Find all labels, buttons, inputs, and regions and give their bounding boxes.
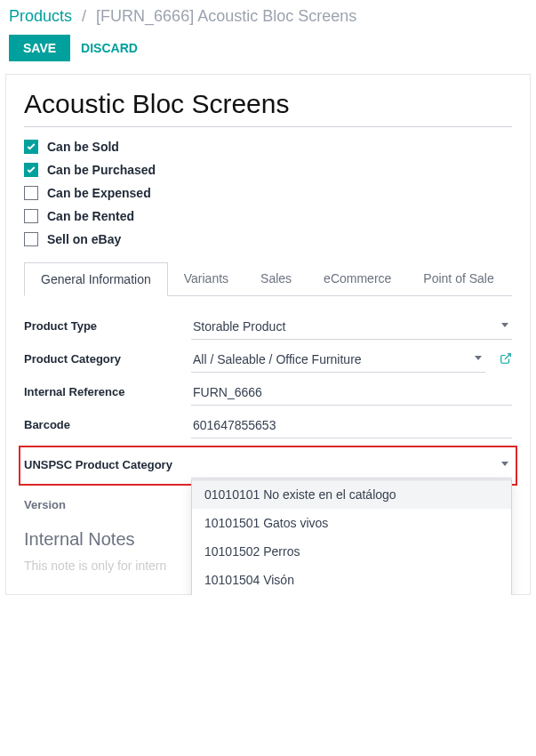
label-unspsc-category: UNSPSC Product Category — [24, 453, 184, 471]
action-bar: SAVE DISCARD — [0, 29, 536, 74]
tabs: General Information Variants Sales eComm… — [24, 262, 512, 296]
tab-variants[interactable]: Variants — [168, 262, 244, 295]
breadcrumb: Products / [FURN_6666] Acoustic Bloc Scr… — [0, 0, 536, 29]
checkbox-label: Can be Rented — [47, 209, 134, 223]
form-fields: Product Type Storable Product Product Ca… — [24, 314, 512, 511]
chevron-down-icon — [475, 356, 482, 360]
form-sheet: Acoustic Bloc Screens Can be Sold Can be… — [5, 74, 531, 595]
breadcrumb-separator: / — [82, 7, 86, 25]
unspsc-dropdown: 01010101 No existe en el catálogo 101015… — [191, 479, 512, 595]
svg-line-0 — [505, 354, 510, 359]
dropdown-option[interactable]: 10101502 Perros — [192, 537, 511, 566]
label-version: Version — [24, 493, 184, 511]
tab-general-information[interactable]: General Information — [24, 262, 168, 296]
checkbox-icon — [24, 186, 38, 200]
row-internal-reference: Internal Reference — [24, 380, 512, 406]
dropdown-option[interactable]: 10101505 Ratas — [192, 594, 511, 595]
checkbox-icon — [24, 209, 38, 223]
label-product-type: Product Type — [24, 314, 184, 333]
chevron-down-icon — [501, 323, 508, 327]
check-sell-on-ebay[interactable]: Sell on eBay — [24, 232, 512, 246]
save-button[interactable]: SAVE — [9, 35, 70, 61]
input-barcode[interactable] — [191, 413, 512, 438]
checkbox-icon — [24, 163, 38, 177]
external-link-icon[interactable] — [500, 347, 512, 367]
check-can-be-sold[interactable]: Can be Sold — [24, 140, 512, 154]
input-unspsc-category[interactable] — [191, 453, 512, 479]
row-product-type: Product Type Storable Product — [24, 314, 512, 340]
product-options-checkboxes: Can be Sold Can be Purchased Can be Expe… — [24, 140, 512, 246]
chevron-down-icon — [501, 462, 508, 466]
checkbox-label: Can be Sold — [47, 140, 119, 154]
tab-ecommerce[interactable]: eCommerce — [308, 262, 407, 295]
row-product-category: Product Category All / Saleable / Office… — [24, 347, 512, 373]
checkbox-label: Can be Purchased — [47, 163, 156, 177]
check-can-be-rented[interactable]: Can be Rented — [24, 209, 512, 223]
check-can-be-expensed[interactable]: Can be Expensed — [24, 186, 512, 200]
page-title: Acoustic Bloc Screens — [24, 89, 512, 127]
check-can-be-purchased[interactable]: Can be Purchased — [24, 163, 512, 177]
row-barcode: Barcode — [24, 413, 512, 438]
dropdown-option[interactable]: 01010101 No existe en el catálogo — [192, 480, 511, 509]
dropdown-option[interactable]: 10101501 Gatos vivos — [192, 509, 511, 537]
checkbox-label: Can be Expensed — [47, 186, 151, 200]
label-product-category: Product Category — [24, 347, 184, 366]
dropdown-option[interactable]: 10101504 Visón — [192, 566, 511, 594]
select-product-category[interactable]: All / Saleable / Office Furniture — [191, 347, 485, 373]
select-product-type[interactable]: Storable Product — [191, 314, 512, 340]
row-unspsc-category: UNSPSC Product Category 01010101 No exis… — [19, 446, 517, 486]
checkbox-icon — [24, 232, 38, 246]
tab-sales[interactable]: Sales — [244, 262, 308, 295]
label-internal-reference: Internal Reference — [24, 380, 184, 398]
checkbox-icon — [24, 140, 38, 154]
checkbox-label: Sell on eBay — [47, 232, 121, 246]
discard-button[interactable]: DISCARD — [81, 41, 138, 55]
label-barcode: Barcode — [24, 413, 184, 431]
input-internal-reference[interactable] — [191, 380, 512, 406]
tab-point-of-sale[interactable]: Point of Sale — [407, 262, 509, 295]
breadcrumb-current: [FURN_6666] Acoustic Bloc Screens — [96, 7, 356, 25]
breadcrumb-root-link[interactable]: Products — [9, 7, 72, 25]
